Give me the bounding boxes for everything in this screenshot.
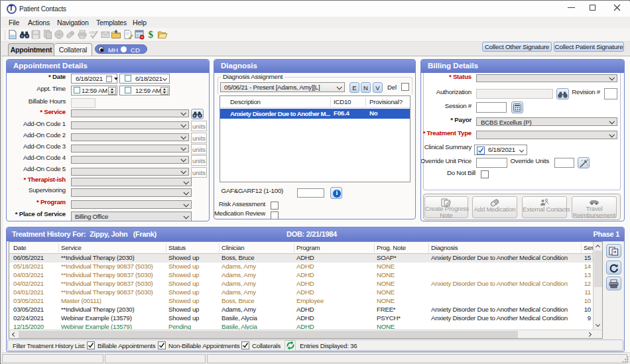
svg-text:$: $	[148, 29, 153, 40]
